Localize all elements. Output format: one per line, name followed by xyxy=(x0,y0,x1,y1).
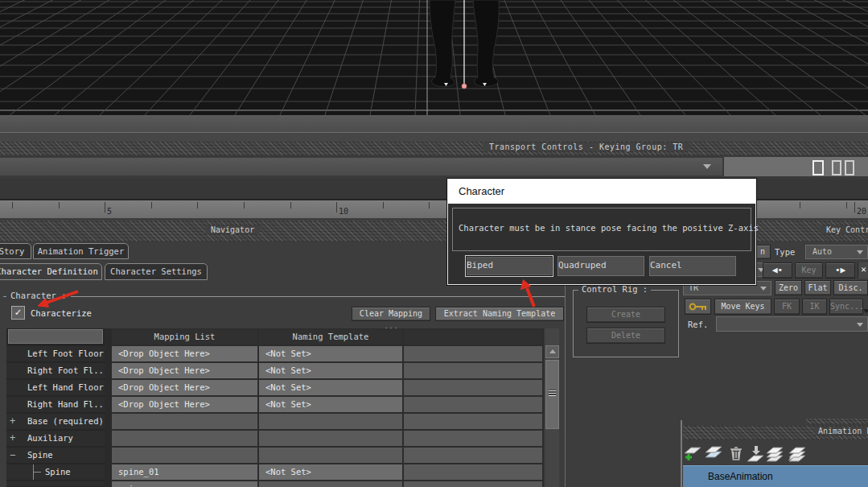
layers-icon[interactable] xyxy=(704,444,723,462)
transport-controls-label: Transport Controls - Keying Group: TR xyxy=(483,142,689,151)
discontinuity-button[interactable]: Disc. xyxy=(833,280,868,295)
column-header[interactable]: Mapping List xyxy=(112,329,257,345)
merge-layers-icon[interactable] xyxy=(746,444,765,462)
sync-chevron-down-icon[interactable] xyxy=(863,309,868,313)
animation-layers-header[interactable]: Animation L xyxy=(683,426,868,440)
scrollbar-thumb[interactable] xyxy=(545,360,559,429)
cancel-button[interactable]: Cancel xyxy=(649,256,736,276)
table-row[interactable]: <Drop Object Here><Not Set> xyxy=(112,380,544,395)
naming-template-cell[interactable] xyxy=(259,448,402,463)
auto-key-button[interactable] xyxy=(685,299,711,315)
fk-button[interactable]: FK xyxy=(774,299,800,315)
extra-cell[interactable] xyxy=(404,346,542,361)
extra-cell[interactable] xyxy=(404,448,542,463)
delete-key-button[interactable]: ✕ xyxy=(858,262,868,279)
mapping-cell[interactable]: <Drop Object Here> xyxy=(112,346,257,361)
naming-template-cell[interactable]: <Not Set> xyxy=(259,397,402,412)
ik-button[interactable]: IK xyxy=(802,299,827,315)
chevron-down-icon[interactable] xyxy=(703,164,711,169)
table-row[interactable] xyxy=(112,414,544,429)
dialog-title-bar[interactable]: Character xyxy=(448,180,755,204)
previous-key-button[interactable]: ◀• xyxy=(763,262,792,279)
tree-item-base-required-[interactable]: +Base (required) xyxy=(6,414,105,429)
scroll-up-icon[interactable] xyxy=(545,345,559,358)
tree-item-left-foot-floor[interactable]: Left Foot Floor xyxy=(6,346,105,361)
tab-story[interactable]: Story xyxy=(0,243,31,259)
extra-cell[interactable] xyxy=(404,481,542,487)
sync-button[interactable]: Sync... xyxy=(829,299,863,315)
extra-cell[interactable] xyxy=(404,363,542,378)
table-row[interactable]: <Drop Object Here><Not Set> xyxy=(112,346,544,361)
naming-template-cell[interactable]: <Not Set> xyxy=(259,380,402,395)
tree-item-auxiliary[interactable]: +Auxiliary xyxy=(6,431,105,446)
tree-item-left-hand-floor[interactable]: Left Hand Floor xyxy=(6,380,105,395)
transport-controls-header[interactable]: Transport Controls - Keying Group: TR xyxy=(0,142,868,155)
naming-template-cell[interactable] xyxy=(259,481,402,487)
tree-item-partial[interactable] xyxy=(6,481,105,486)
tree-item-right-foot-fl-[interactable]: Right Foot Fl... xyxy=(6,363,105,378)
column-header[interactable]: Naming Template xyxy=(259,329,402,345)
extra-cell[interactable] xyxy=(404,397,542,412)
mapping-cell[interactable]: spi xyxy=(112,481,257,487)
naming-template-cell[interactable]: <Not Set> xyxy=(259,346,402,361)
tree-item-right-hand-fl-[interactable]: Right Hand Fl... xyxy=(6,397,105,412)
naming-template-cell[interactable]: <Not Set> xyxy=(259,464,402,480)
create-control-rig-button[interactable]: Create xyxy=(586,307,665,323)
duplicate-layers-icon[interactable] xyxy=(765,444,784,462)
tab-character-definition[interactable]: Character Definition xyxy=(0,263,102,280)
tree-item-spine[interactable]: Spine xyxy=(6,464,105,480)
biped-button[interactable]: Biped xyxy=(466,256,553,276)
table-row[interactable]: <Drop Object Here><Not Set> xyxy=(112,363,544,378)
table-row-partial[interactable]: spi xyxy=(112,481,544,487)
delete-control-rig-button[interactable]: Delete xyxy=(586,328,665,344)
viewport-3d[interactable] xyxy=(0,0,868,115)
mapping-cell[interactable]: spine_01 xyxy=(112,464,257,480)
move-layer-icon[interactable] xyxy=(788,444,807,462)
reference-dropdown[interactable] xyxy=(716,316,868,332)
tab-character-settings[interactable]: Character Settings xyxy=(105,263,208,280)
extract-naming-template-button[interactable]: Extract Naming Template xyxy=(435,307,564,321)
mapping-cell[interactable] xyxy=(112,414,257,429)
tree-table-splitter[interactable] xyxy=(105,328,112,487)
naming-template-cell[interactable] xyxy=(259,414,402,429)
table-scrollbar[interactable] xyxy=(545,328,559,487)
zero-button[interactable]: Zero xyxy=(775,280,802,295)
table-row[interactable] xyxy=(112,431,544,446)
key-type-dropdown[interactable]: Auto xyxy=(805,245,868,259)
transport-collapsed-strip[interactable] xyxy=(0,158,722,175)
base-animation-layer-row[interactable]: BaseAnimation xyxy=(683,465,868,487)
characterize-checkbox[interactable]: ✓ xyxy=(11,306,25,320)
dual-pane-layout-icon[interactable] xyxy=(832,160,841,175)
add-layer-icon[interactable] xyxy=(683,444,702,462)
dual-pane-layout-icon[interactable] xyxy=(845,160,854,175)
flat-button[interactable]: Flat xyxy=(804,280,831,295)
move-keys-button[interactable]: Move Keys xyxy=(714,299,771,315)
single-pane-layout-icon[interactable] xyxy=(812,160,824,175)
naming-template-cell[interactable]: <Not Set> xyxy=(259,363,402,378)
column-header-empty[interactable] xyxy=(404,329,542,345)
mapping-cell[interactable] xyxy=(112,431,257,446)
clear-mapping-button[interactable]: Clear Mapping ... xyxy=(352,307,430,321)
extra-cell[interactable] xyxy=(404,380,542,395)
mapping-cell[interactable] xyxy=(112,448,257,463)
table-row[interactable] xyxy=(112,448,544,463)
collapse-icon[interactable]: − xyxy=(10,448,15,462)
extra-cell[interactable] xyxy=(404,414,542,429)
table-row[interactable]: <Drop Object Here><Not Set> xyxy=(112,397,544,412)
ruler-tick-major xyxy=(105,202,105,213)
expand-icon[interactable]: + xyxy=(10,414,15,428)
mapping-cell[interactable]: <Drop Object Here> xyxy=(112,397,257,412)
expand-icon[interactable]: + xyxy=(10,431,15,445)
next-key-button[interactable]: •▶ xyxy=(825,262,855,279)
naming-template-cell[interactable] xyxy=(259,431,402,446)
tree-item-spine[interactable]: −Spine xyxy=(6,448,105,463)
set-key-button[interactable]: Key xyxy=(795,262,823,279)
trash-icon[interactable] xyxy=(726,444,746,462)
extra-cell[interactable] xyxy=(404,464,542,480)
extra-cell[interactable] xyxy=(404,431,542,446)
mapping-cell[interactable]: <Drop Object Here> xyxy=(112,380,257,395)
table-row[interactable]: spine_01<Not Set> xyxy=(112,464,544,480)
quadruped-button[interactable]: Quadruped xyxy=(557,256,644,276)
mapping-cell[interactable]: <Drop Object Here> xyxy=(112,363,257,378)
tab-animation-trigger[interactable]: Animation Trigger xyxy=(33,243,129,259)
